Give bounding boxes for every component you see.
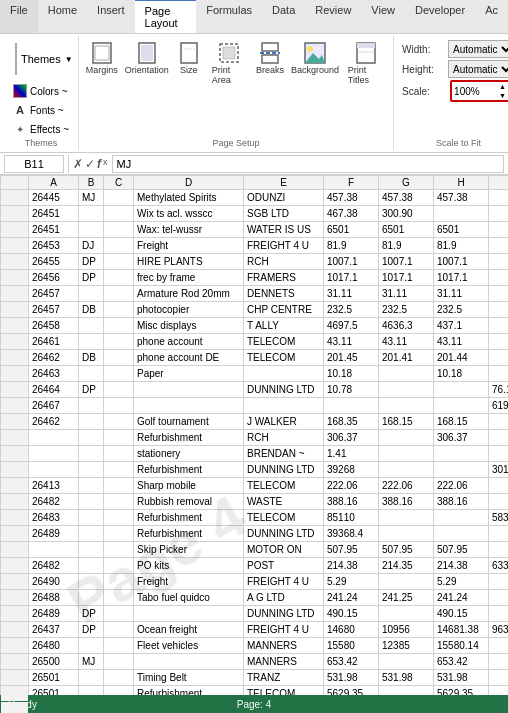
cell-h14[interactable]: 168.15 — [434, 414, 489, 430]
cell-i4[interactable] — [489, 254, 509, 270]
cell-d25[interactable]: Tabo fuel quidco — [134, 590, 244, 606]
cell-n21[interactable] — [1, 526, 29, 542]
cell-i13[interactable]: 6193.98 — [489, 398, 509, 414]
cell-e19[interactable]: WASTE — [244, 494, 324, 510]
cell-n0[interactable] — [1, 190, 29, 206]
cell-h4[interactable]: 1007.1 — [434, 254, 489, 270]
cell-i15[interactable] — [489, 430, 509, 446]
cell-f24[interactable]: 5.29 — [324, 574, 379, 590]
cell-n25[interactable] — [1, 590, 29, 606]
cell-f3[interactable]: 81.9 — [324, 238, 379, 254]
cell-b10[interactable]: DB — [79, 350, 104, 366]
cell-n7[interactable] — [1, 302, 29, 318]
cell-b25[interactable] — [79, 590, 104, 606]
cell-b29[interactable]: MJ — [79, 654, 104, 670]
cell-i27[interactable]: 9631.53 — [489, 622, 509, 638]
cell-a9[interactable]: 26461 — [29, 334, 79, 350]
cell-f6[interactable]: 31.11 — [324, 286, 379, 302]
cell-h6[interactable]: 31.11 — [434, 286, 489, 302]
cell-h8[interactable]: 437.1 — [434, 318, 489, 334]
cell-b2[interactable] — [79, 222, 104, 238]
cell-d29[interactable] — [134, 654, 244, 670]
cell-n24[interactable] — [1, 574, 29, 590]
cell-h12[interactable] — [434, 382, 489, 398]
cell-d17[interactable]: Refurbishment — [134, 462, 244, 478]
cell-f18[interactable]: 222.06 — [324, 478, 379, 494]
cell-f1[interactable]: 467.38 — [324, 206, 379, 222]
cell-b6[interactable] — [79, 286, 104, 302]
cell-n15[interactable] — [1, 430, 29, 446]
cell-c12[interactable] — [104, 382, 134, 398]
cell-b27[interactable]: DP — [79, 622, 104, 638]
cell-h2[interactable]: 6501 — [434, 222, 489, 238]
cell-h20[interactable] — [434, 510, 489, 526]
table-row[interactable]: 26437DPOcean freightFREIGHT 4 U146801095… — [1, 622, 509, 638]
cell-e27[interactable]: FREIGHT 4 U — [244, 622, 324, 638]
table-row[interactable]: 26457DBphotocopierCHP CENTRE232.5232.523… — [1, 302, 509, 318]
cell-h19[interactable]: 388.16 — [434, 494, 489, 510]
print-area-button[interactable]: Print Area — [207, 38, 251, 88]
cell-a2[interactable]: 26451 — [29, 222, 79, 238]
cell-i16[interactable] — [489, 446, 509, 462]
cell-b21[interactable] — [79, 526, 104, 542]
cell-c16[interactable] — [104, 446, 134, 462]
cell-b26[interactable]: DP — [79, 606, 104, 622]
cell-h1[interactable] — [434, 206, 489, 222]
table-row[interactable]: 26455DPHIRE PLANTSRCH1007.11007.11007.1 — [1, 254, 509, 270]
cell-g15[interactable] — [379, 430, 434, 446]
cell-c8[interactable] — [104, 318, 134, 334]
cell-c18[interactable] — [104, 478, 134, 494]
cell-d5[interactable]: frec by frame — [134, 270, 244, 286]
cell-n17[interactable] — [1, 462, 29, 478]
cell-d10[interactable]: phone account DE — [134, 350, 244, 366]
cell-e23[interactable]: POST — [244, 558, 324, 574]
cell-i26[interactable] — [489, 606, 509, 622]
cell-a7[interactable]: 26457 — [29, 302, 79, 318]
cell-n28[interactable] — [1, 638, 29, 654]
cell-g24[interactable] — [379, 574, 434, 590]
col-header-b[interactable]: B — [79, 176, 104, 190]
cell-e20[interactable]: TELECOM — [244, 510, 324, 526]
cell-g3[interactable]: 81.9 — [379, 238, 434, 254]
cell-c22[interactable] — [104, 542, 134, 558]
tab-page-layout[interactable]: Page Layout — [135, 0, 197, 33]
cell-b19[interactable] — [79, 494, 104, 510]
cell-g6[interactable]: 31.11 — [379, 286, 434, 302]
cell-d16[interactable]: stationery — [134, 446, 244, 462]
cell-e0[interactable]: ODUNZI — [244, 190, 324, 206]
table-row[interactable]: RefurbishmentRCH306.37306.371 — [1, 430, 509, 446]
cell-g22[interactable]: 507.95 — [379, 542, 434, 558]
cell-e6[interactable]: DENNETS — [244, 286, 324, 302]
cell-a21[interactable]: 26489 — [29, 526, 79, 542]
cell-a10[interactable]: 26462 — [29, 350, 79, 366]
cell-g14[interactable]: 168.15 — [379, 414, 434, 430]
cell-a29[interactable]: 26500 — [29, 654, 79, 670]
cell-g0[interactable]: 457.38 — [379, 190, 434, 206]
cell-h15[interactable]: 306.37 — [434, 430, 489, 446]
cell-f25[interactable]: 241.24 — [324, 590, 379, 606]
tab-view[interactable]: View — [361, 0, 405, 33]
cell-d6[interactable]: Armature Rod 20mm — [134, 286, 244, 302]
cell-a24[interactable]: 26490 — [29, 574, 79, 590]
cell-g8[interactable]: 4636.3 — [379, 318, 434, 334]
table-row[interactable]: 26457Armature Rod 20mmDENNETS31.1131.113… — [1, 286, 509, 302]
cell-g19[interactable]: 388.16 — [379, 494, 434, 510]
cell-g12[interactable] — [379, 382, 434, 398]
cell-c5[interactable] — [104, 270, 134, 286]
cell-a20[interactable]: 26483 — [29, 510, 79, 526]
cell-d30[interactable]: Timing Belt — [134, 670, 244, 686]
table-row[interactable]: 26458Misc displaysT ALLY4697.54636.3437.… — [1, 318, 509, 334]
tab-review[interactable]: Review — [305, 0, 361, 33]
size-button[interactable]: Size — [173, 38, 205, 78]
cell-a17[interactable] — [29, 462, 79, 478]
cell-b1[interactable] — [79, 206, 104, 222]
cell-i30[interactable] — [489, 670, 509, 686]
cell-i20[interactable]: 5834.13 — [489, 510, 509, 526]
cell-b0[interactable]: MJ — [79, 190, 104, 206]
table-row[interactable]: 26482PO kitsPOST214.38214.35214.386332.2… — [1, 558, 509, 574]
cell-d9[interactable]: phone account — [134, 334, 244, 350]
cell-g20[interactable] — [379, 510, 434, 526]
cell-d15[interactable]: Refurbishment — [134, 430, 244, 446]
cell-c28[interactable] — [104, 638, 134, 654]
cell-c6[interactable] — [104, 286, 134, 302]
